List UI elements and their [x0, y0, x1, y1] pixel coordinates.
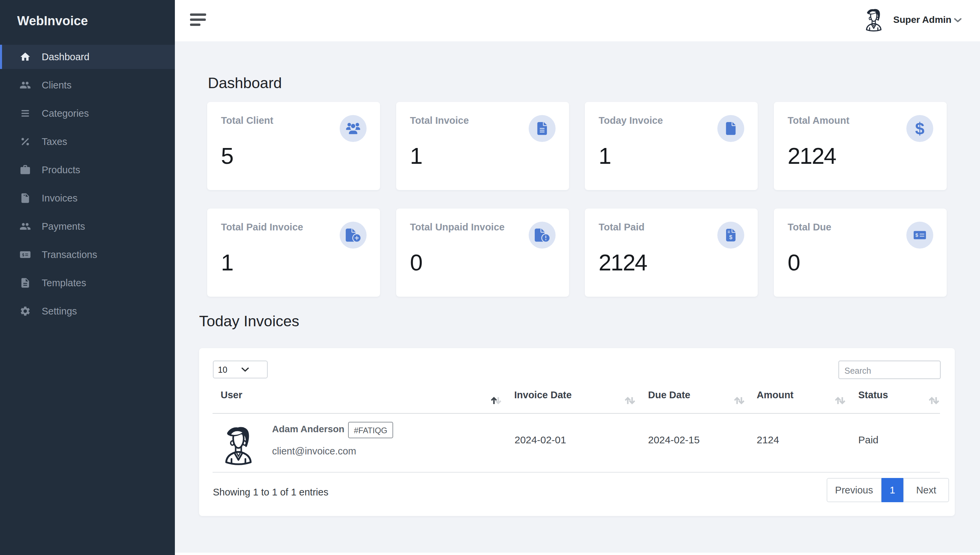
- svg-text:$: $: [24, 197, 27, 202]
- svg-text:$: $: [916, 232, 918, 238]
- svg-text:$: $: [729, 234, 732, 241]
- svg-text:$: $: [915, 119, 924, 138]
